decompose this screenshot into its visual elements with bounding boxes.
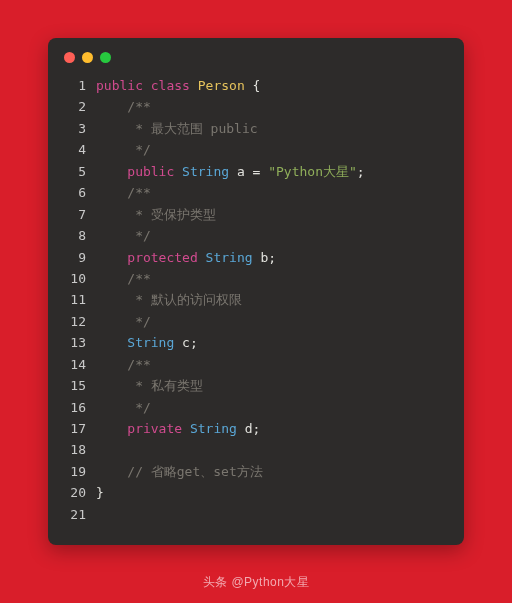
code-block: 1public class Person {2 /**3 * 最大范围 publ… <box>64 75 448 525</box>
token-cmt: */ <box>96 228 151 243</box>
token-punc <box>143 78 151 93</box>
line-content: /** <box>96 354 448 375</box>
token-kw: public <box>127 164 174 179</box>
window-titlebar <box>64 52 448 63</box>
line-number: 6 <box>64 182 86 203</box>
line-number: 4 <box>64 139 86 160</box>
code-line: 16 */ <box>64 397 448 418</box>
token-var: c <box>182 335 190 350</box>
token-var: a <box>237 164 245 179</box>
token-punc <box>174 335 182 350</box>
token-cmt: */ <box>96 142 151 157</box>
line-content: * 受保护类型 <box>96 204 448 225</box>
token-cmt: /** <box>96 99 151 114</box>
code-window: 1public class Person {2 /**3 * 最大范围 publ… <box>48 38 464 545</box>
code-line: 18 <box>64 439 448 460</box>
code-line: 2 /** <box>64 96 448 117</box>
code-line: 5 public String a = "Python大星"; <box>64 161 448 182</box>
line-content: public String a = "Python大星"; <box>96 161 448 182</box>
token-cmt: /** <box>96 185 151 200</box>
code-line: 15 * 私有类型 <box>64 375 448 396</box>
token-kw: protected <box>127 250 197 265</box>
line-content: } <box>96 482 448 503</box>
token-punc <box>96 250 127 265</box>
token-kw: private <box>127 421 182 436</box>
token-typ: String <box>190 421 237 436</box>
token-cmt: */ <box>96 314 151 329</box>
code-line: 20} <box>64 482 448 503</box>
minimize-icon[interactable] <box>82 52 93 63</box>
token-punc <box>96 335 127 350</box>
token-punc <box>174 164 182 179</box>
token-punc: ; <box>253 421 261 436</box>
code-line: 7 * 受保护类型 <box>64 204 448 225</box>
line-content: /** <box>96 268 448 289</box>
code-line: 19 // 省略get、set方法 <box>64 461 448 482</box>
token-punc: ; <box>190 335 198 350</box>
token-punc: { <box>245 78 261 93</box>
line-content <box>96 504 448 525</box>
line-content: private String d; <box>96 418 448 439</box>
token-var: d <box>245 421 253 436</box>
token-typ: String <box>182 164 229 179</box>
line-number: 7 <box>64 204 86 225</box>
line-content: String c; <box>96 332 448 353</box>
token-cls: Person <box>198 78 245 93</box>
code-line: 13 String c; <box>64 332 448 353</box>
line-number: 11 <box>64 289 86 310</box>
code-line: 4 */ <box>64 139 448 160</box>
line-content: * 默认的访问权限 <box>96 289 448 310</box>
code-line: 11 * 默认的访问权限 <box>64 289 448 310</box>
line-content: protected String b; <box>96 247 448 268</box>
line-content: */ <box>96 397 448 418</box>
token-punc <box>198 250 206 265</box>
token-punc <box>96 164 127 179</box>
line-number: 14 <box>64 354 86 375</box>
token-cmt: * 默认的访问权限 <box>96 292 242 307</box>
line-number: 2 <box>64 96 86 117</box>
line-content: */ <box>96 225 448 246</box>
line-number: 3 <box>64 118 86 139</box>
line-number: 18 <box>64 439 86 460</box>
line-number: 9 <box>64 247 86 268</box>
token-punc <box>229 164 237 179</box>
token-typ: String <box>206 250 253 265</box>
line-number: 5 <box>64 161 86 182</box>
line-content <box>96 439 448 460</box>
code-line: 8 */ <box>64 225 448 246</box>
code-line: 6 /** <box>64 182 448 203</box>
token-kw: public <box>96 78 143 93</box>
line-content: * 最大范围 public <box>96 118 448 139</box>
close-icon[interactable] <box>64 52 75 63</box>
token-punc: = <box>245 164 268 179</box>
token-punc <box>96 421 127 436</box>
code-line: 1public class Person { <box>64 75 448 96</box>
line-number: 21 <box>64 504 86 525</box>
token-str: "Python大星" <box>268 164 357 179</box>
maximize-icon[interactable] <box>100 52 111 63</box>
line-number: 20 <box>64 482 86 503</box>
token-punc <box>182 421 190 436</box>
line-number: 16 <box>64 397 86 418</box>
line-number: 10 <box>64 268 86 289</box>
token-cmt: * 私有类型 <box>96 378 203 393</box>
line-content: // 省略get、set方法 <box>96 461 448 482</box>
line-number: 12 <box>64 311 86 332</box>
token-cmt: * 最大范围 public <box>96 121 258 136</box>
token-cmt: /** <box>96 271 151 286</box>
line-number: 17 <box>64 418 86 439</box>
token-cmt: // 省略get、set方法 <box>96 464 263 479</box>
code-line: 21 <box>64 504 448 525</box>
line-content: */ <box>96 139 448 160</box>
token-punc: ; <box>268 250 276 265</box>
line-number: 19 <box>64 461 86 482</box>
line-content: /** <box>96 96 448 117</box>
code-line: 3 * 最大范围 public <box>64 118 448 139</box>
line-content: /** <box>96 182 448 203</box>
line-number: 8 <box>64 225 86 246</box>
token-punc <box>190 78 198 93</box>
code-line: 12 */ <box>64 311 448 332</box>
code-line: 14 /** <box>64 354 448 375</box>
token-punc: ; <box>357 164 365 179</box>
code-line: 17 private String d; <box>64 418 448 439</box>
